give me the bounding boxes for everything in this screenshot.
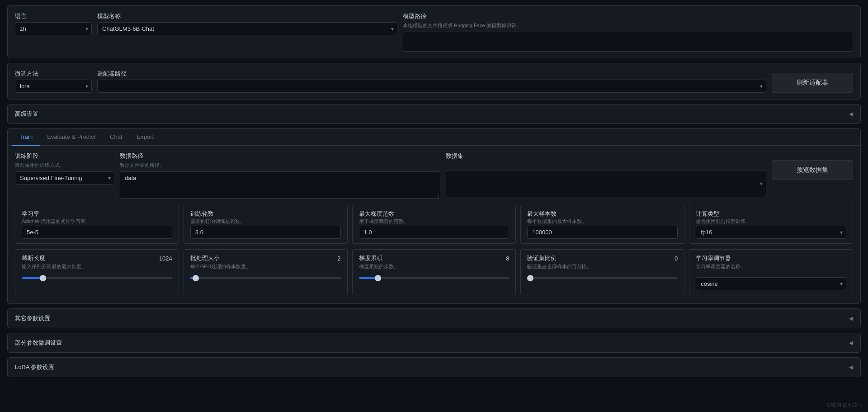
compute-type-select[interactable]: fp16 bf16 fp32 pure_bf16 [696,226,846,239]
adapter-path-label: 适配器路径 [97,70,766,78]
compute-type-select-wrapper: fp16 bf16 fp32 pure_bf16 [696,226,846,239]
max-grad-norm-label: 最大梯度范数 [359,210,509,218]
model-path-field: 模型路径 本地模型的文件路径或 Hugging Face 的模型标识符。 [403,12,853,52]
tabs-bar: Train Evaluate & Predict Chat Export [8,129,860,146]
compute-type-label: 计算类型 [696,210,846,218]
adapter-path-field: 适配器路径 [97,70,766,93]
other-params-section: 其它参数设置 ◀ [7,308,861,328]
tab-train-content: 训练阶段 目前采用的训练方式。 Supervised Fine-Tuning R… [8,146,860,303]
model-path-sublabel: 本地模型的文件路径或 Hugging Face 的模型标识符。 [403,22,853,29]
tab-export[interactable]: Export [130,129,161,146]
train-datapath-sublabel: 数据文件夹的路径。 [120,162,440,169]
compute-type-sublabel: 是否使用混合精度训练。 [696,218,846,225]
epochs-sublabel: 需要执行的训练总轮数。 [190,218,341,225]
tabs-section: Train Evaluate & Predict Chat Export 训练阶… [7,128,861,304]
train-dataset-select[interactable] [446,170,766,197]
model-path-label: 模型路径 [403,12,853,20]
train-datapath-input[interactable]: data [120,171,440,199]
finetune-method-select[interactable]: lora full freeze [15,80,92,93]
language-select-wrapper: zh en [15,22,92,35]
train-dataset-select-wrapper [446,170,766,197]
adapter-path-select-wrapper [97,80,766,93]
train-datapath-label: 数据路径 [120,152,440,160]
max-samples-input[interactable] [527,226,678,239]
advanced-settings-title: 高级设置 [15,110,38,118]
gradient-accum-slider[interactable] [359,277,509,279]
epochs-label: 训练轮数 [190,210,341,218]
max-grad-norm-field: 最大梯度范数 用于梯度裁剪的范数。 [352,205,516,244]
train-dataset-field: 数据集 [446,152,766,199]
lr-input[interactable] [22,226,172,239]
advanced-settings-chevron-icon: ◀ [849,111,853,117]
model-name-label: 模型名称 [97,12,397,20]
lora-params-chevron-icon: ◀ [849,364,853,370]
train-row1: 训练阶段 目前采用的训练方式。 Supervised Fine-Tuning R… [15,152,853,199]
language-select[interactable]: zh en [15,22,92,35]
lr-label: 学习率 [22,210,172,218]
other-params-header[interactable]: 其它参数设置 ◀ [8,309,860,328]
epochs-input[interactable] [190,226,341,239]
val-size-label: 验证集比例 [527,254,557,262]
batch-size-value: 2 [337,255,340,262]
tab-chat[interactable]: Chat [103,129,129,146]
train-preview-group: 预览数据集 [772,152,853,199]
lr-sublabel: AdamW 优化器的初始学习率。 [22,218,172,225]
tab-evaluate-predict[interactable]: Evaluate & Predict [40,129,103,146]
max-grad-norm-input[interactable] [359,226,509,239]
max-samples-field: 最大样本数 每个数据集的最大样本数。 [520,205,684,244]
partial-params-title: 部分参数微调设置 [15,339,62,347]
val-size-value: 0 [675,255,678,262]
compute-type-field: 计算类型 是否使用混合精度训练。 fp16 bf16 fp32 pure_bf1… [689,205,853,244]
refresh-adapter-button[interactable]: 刷新适配器 [772,73,853,93]
train-slider-row: 截断长度 1024 输入序列分词后的最大长度。 批处理大小 2 每个GPU处理的… [15,249,853,295]
watermark: CSDN @七弦づ [827,402,863,408]
lr-scheduler-sublabel: 学习率调度器的名称。 [696,263,846,270]
model-name-select-wrapper: ChatGLM3-6B-Chat LLaMA-2-7B Baichuan2-7B [97,22,397,35]
gradient-accum-sublabel: 梯度累积的步数。 [359,263,509,270]
language-field: 语言 zh en [15,12,92,35]
other-params-chevron-icon: ◀ [849,315,853,322]
train-stage-field: 训练阶段 目前采用的训练方式。 Supervised Fine-Tuning R… [15,152,114,199]
language-label: 语言 [15,12,92,20]
max-samples-sublabel: 每个数据集的最大样本数。 [527,218,678,225]
partial-params-chevron-icon: ◀ [849,340,853,346]
tab-train[interactable]: Train [12,129,40,146]
lr-scheduler-field: 学习率调节器 学习率调度器的名称。 cosine linear constant… [689,249,853,295]
lr-scheduler-select[interactable]: cosine linear constant cosine_with_resta… [696,277,846,290]
train-stage-select-wrapper: Supervised Fine-Tuning Reward Modeling P… [15,171,114,185]
train-dataset-label: 数据集 [446,152,766,160]
lora-params-section: LoRA 参数设置 ◀ [7,357,861,377]
max-grad-norm-sublabel: 用于梯度裁剪的范数。 [359,218,509,225]
lr-scheduler-label: 学习率调节器 [696,254,731,262]
train-params-row1: 学习率 AdamW 优化器的初始学习率。 训练轮数 需要执行的训练总轮数。 最大… [15,205,853,244]
model-path-area [403,32,853,52]
partial-params-header[interactable]: 部分参数微调设置 ◀ [8,333,860,352]
batch-size-sublabel: 每个GPU处理的样本数量。 [190,263,341,270]
gradient-accum-field: 梯度累积 8 梯度累积的步数。 [352,249,516,295]
epochs-field: 训练轮数 需要执行的训练总轮数。 [184,205,348,244]
top-section: 语言 zh en 模型名称 ChatGLM3-6B-Chat LLaMA-2-7… [7,5,861,58]
adapter-path-select[interactable] [97,80,766,93]
val-size-sublabel: 验证集占全部样本的百分比。 [527,263,678,270]
gradient-accum-value: 8 [506,255,509,262]
advanced-settings-header[interactable]: 高级设置 ◀ [8,104,860,123]
train-datapath-field: 数据路径 数据文件夹的路径。 data [120,152,440,199]
batch-size-slider[interactable] [190,277,341,279]
preview-dataset-button[interactable]: 预览数据集 [772,160,853,180]
finetune-method-select-wrapper: lora full freeze [15,80,92,93]
train-stage-select[interactable]: Supervised Fine-Tuning Reward Modeling P… [15,171,114,185]
train-stage-sublabel: 目前采用的训练方式。 [15,162,114,169]
batch-size-label: 批处理大小 [190,254,220,262]
gradient-accum-label: 梯度累积 [359,254,382,262]
cutoff-len-sublabel: 输入序列分词后的最大长度。 [22,263,172,270]
lr-field: 学习率 AdamW 优化器的初始学习率。 [15,205,179,244]
other-params-title: 其它参数设置 [15,314,50,322]
cutoff-len-field: 截断长度 1024 输入序列分词后的最大长度。 [15,249,179,295]
val-size-slider[interactable] [527,277,678,279]
model-name-select[interactable]: ChatGLM3-6B-Chat LLaMA-2-7B Baichuan2-7B [97,22,397,35]
cutoff-len-slider[interactable] [22,277,172,279]
lora-params-header[interactable]: LoRA 参数设置 ◀ [8,358,860,377]
finetune-method-field: 微调方法 lora full freeze [15,70,92,93]
finetune-section: 微调方法 lora full freeze 适配器路径 刷新适配器 [7,63,861,99]
refresh-adapter-group: 刷新适配器 [772,73,853,93]
